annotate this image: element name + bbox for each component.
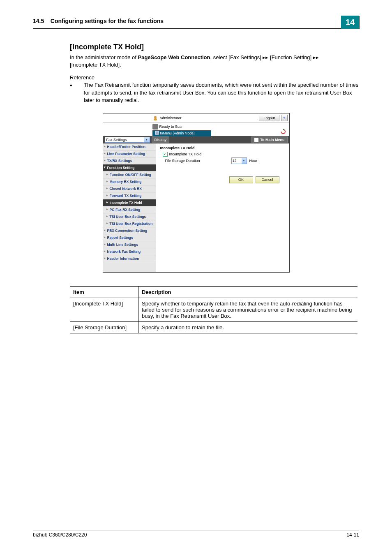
bullet-dot: • <box>70 81 84 104</box>
sidebar-item-pbx[interactable]: PBX Connection Setting <box>103 227 156 234</box>
checkbox-label: Incomplete TX Hold <box>169 152 202 156</box>
td-desc: Specify a duration to retain the file. <box>138 321 358 333</box>
ok-button[interactable]: OK <box>229 176 253 183</box>
sidebar-sub-pcfax[interactable]: PC-Fax RX Setting <box>103 206 156 213</box>
sidebar-sub-memory-rx[interactable]: Memory RX Setting <box>103 178 156 185</box>
svg-rect-2 <box>155 131 159 134</box>
sidebar-item-network-fax[interactable]: Network Fax Setting <box>103 248 156 255</box>
refresh-icon[interactable] <box>280 129 286 135</box>
sidebar-item-function-setting[interactable]: Function Setting <box>103 164 156 171</box>
sidebar-item-txrx[interactable]: TX/RX Settings <box>103 157 156 164</box>
cancel-button[interactable]: Cancel <box>256 176 279 183</box>
duration-select[interactable]: 12 ▾ <box>231 157 247 164</box>
logout-button[interactable]: Logout <box>259 115 279 121</box>
footer-page: 14-11 <box>346 532 359 538</box>
sidebar-item-header-footer[interactable]: Header/Footer Position <box>103 143 156 150</box>
table-row: [Incomplete TX Hold] Specify whether to … <box>70 298 357 321</box>
page-footer: bizhub C360/C280/C220 14-11 <box>33 530 359 538</box>
tool-icon <box>155 131 159 136</box>
sidebar-sub-tsi-box-settings[interactable]: TSI User Box Settings <box>103 213 156 220</box>
sidebar-sub-tsi-box-registration[interactable]: TSI User Box Registration <box>103 220 156 227</box>
help-button[interactable]: ? <box>281 115 288 121</box>
td-item: [Incomplete TX Hold] <box>70 298 138 321</box>
sidebar-sub-forward-tx[interactable]: Forward TX Setting <box>103 192 156 199</box>
checkbox-row: ✓ Incomplete TX Hold <box>163 152 285 157</box>
td-item: [File Storage Duration] <box>70 321 138 333</box>
footer-model: bizhub C360/C280/C220 <box>33 532 87 538</box>
checkbox-incomplete-tx[interactable]: ✓ <box>163 152 168 157</box>
td-desc: Specify whether to temporarily retain th… <box>138 298 358 321</box>
duration-label: File Storage Duration <box>165 159 200 163</box>
chevron-down-icon: ▾ <box>144 137 150 142</box>
section-title: Configuring settings for the fax functio… <box>51 18 164 24</box>
content-pane: Incomplete TX Hold ✓ Incomplete TX Hold … <box>156 143 289 272</box>
table-row: [File Storage Duration] Specify a durati… <box>70 321 357 333</box>
menu-mode-strip[interactable]: toMenu (Admin Mode) <box>152 130 211 136</box>
page-heading: 14.5 Configuring settings for the fax fu… <box>33 18 341 27</box>
intro-paragraph: In the administrator mode of PageScope W… <box>70 54 359 69</box>
sidebar-sub-onoff[interactable]: Function ON/OFF Setting <box>103 171 156 178</box>
bullet-item: • The Fax Retransmit function temporaril… <box>70 81 359 104</box>
sidebar: Header/Footer Position Line Parameter Se… <box>103 143 156 272</box>
duration-unit: Hour <box>249 159 258 163</box>
sidebar-item-multiline[interactable]: Multi Line Settings <box>103 241 156 248</box>
svg-point-0 <box>154 116 157 118</box>
chapter-chip: 14 <box>341 16 359 29</box>
duration-row: File Storage Duration 12 ▾ Hour <box>165 157 285 164</box>
sidebar-sub-incomplete-tx[interactable]: Incomplete TX Hold <box>103 199 156 206</box>
th-description: Description <box>138 286 358 298</box>
section-number: 14.5 <box>33 18 44 24</box>
menu-icon <box>254 138 258 142</box>
sidebar-item-header-info[interactable]: Header Information <box>103 255 156 262</box>
svg-rect-1 <box>154 118 157 120</box>
description-table: Item Description [Incomplete TX Hold] Sp… <box>70 286 357 333</box>
chevron-down-icon: ▾ <box>242 158 247 164</box>
admin-label: Administrator <box>152 115 182 121</box>
th-item: Item <box>70 286 138 298</box>
content-title: Incomplete TX Hold <box>160 146 285 150</box>
status-ready: Ready to Scan <box>152 124 280 130</box>
display-button[interactable]: Display <box>152 136 170 143</box>
admin-icon <box>152 115 158 121</box>
printer-icon <box>152 124 158 130</box>
sidebar-sub-closed-network[interactable]: Closed Network RX <box>103 185 156 192</box>
embedded-screenshot: Administrator Logout ? Ready to Scan <box>103 113 290 273</box>
reference-label: Reference <box>70 74 359 81</box>
main-menu-button[interactable]: To Main Menu <box>251 136 287 143</box>
subsection-title: [Incomplete TX Hold] <box>70 43 359 51</box>
arrow-icon: ▸▸ <box>263 54 268 60</box>
arrow-icon: ▸▸ <box>313 54 319 60</box>
sidebar-item-report[interactable]: Report Settings <box>103 234 156 241</box>
category-dropdown[interactable]: Fax Settings ▾ <box>105 137 150 143</box>
sidebar-item-line-param[interactable]: Line Parameter Setting <box>103 150 156 157</box>
